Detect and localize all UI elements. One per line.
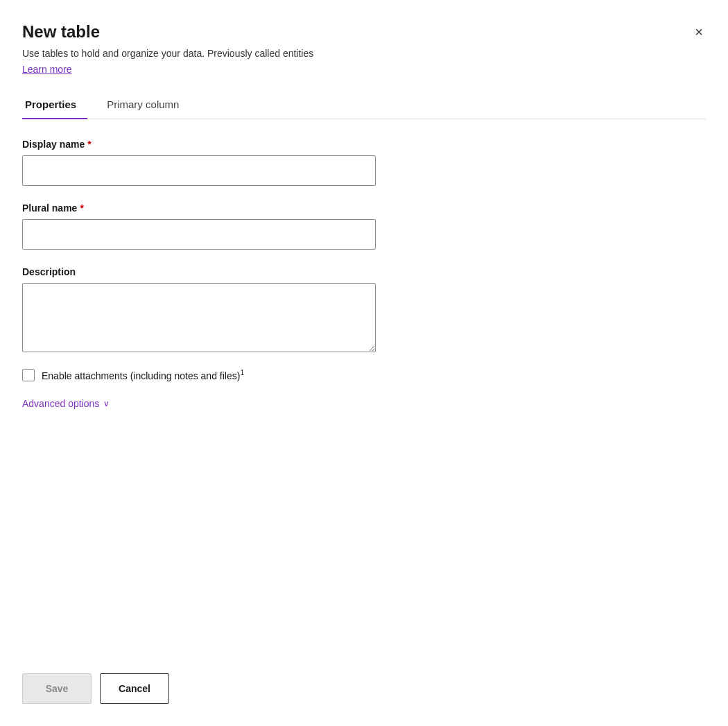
display-name-label: Display name * — [22, 139, 706, 150]
plural-name-input[interactable] — [22, 219, 376, 250]
attachments-label: Enable attachments (including notes and … — [42, 369, 244, 381]
display-name-required: * — [87, 139, 91, 150]
close-button[interactable]: × — [692, 22, 706, 42]
new-table-dialog: New table × Use tables to hold and organ… — [0, 0, 728, 726]
dialog-header: New table × — [22, 22, 706, 42]
description-input[interactable] — [22, 283, 376, 352]
save-button[interactable]: Save — [22, 673, 92, 704]
learn-more-link[interactable]: Learn more — [22, 64, 706, 75]
plural-name-label: Plural name * — [22, 202, 706, 214]
advanced-options-label: Advanced options — [22, 398, 99, 409]
plural-name-required: * — [80, 202, 83, 214]
description-label: Description — [22, 266, 706, 277]
advanced-options-button[interactable]: Advanced options ∨ — [22, 398, 110, 409]
dialog-title-area: New table — [22, 22, 100, 42]
plural-name-group: Plural name * — [22, 202, 706, 250]
dialog-footer: Save Cancel — [22, 659, 706, 726]
cancel-button[interactable]: Cancel — [100, 673, 169, 704]
tab-properties[interactable]: Properties — [22, 92, 87, 119]
display-name-input[interactable] — [22, 155, 376, 186]
dialog-subtitle: Use tables to hold and organize your dat… — [22, 46, 706, 61]
tab-primary-column[interactable]: Primary column — [104, 92, 190, 119]
attachments-checkbox[interactable] — [22, 369, 35, 381]
tabs-container: Properties Primary column — [22, 92, 706, 119]
display-name-group: Display name * — [22, 139, 706, 186]
dialog-title: New table — [22, 22, 100, 42]
form-body: Display name * Plural name * Description… — [22, 139, 706, 426]
chevron-down-icon: ∨ — [103, 399, 110, 408]
attachments-group: Enable attachments (including notes and … — [22, 369, 706, 381]
description-group: Description — [22, 266, 706, 352]
